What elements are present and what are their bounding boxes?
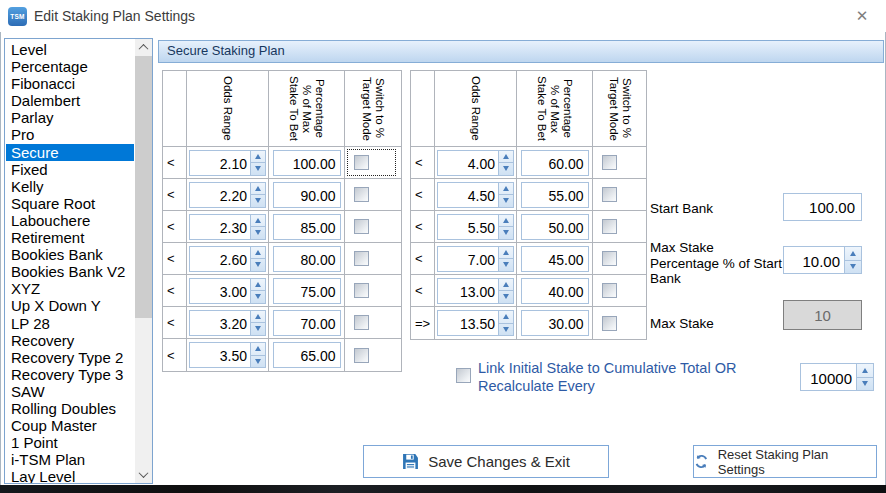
spin-down-button[interactable] [251, 195, 265, 207]
spin-down-button[interactable] [499, 163, 513, 175]
spin-up-button[interactable] [251, 151, 265, 164]
spin-up-button[interactable] [499, 279, 513, 292]
sidebar-item[interactable]: Labouchere [6, 212, 134, 229]
odds-value-input[interactable]: 4.50 [437, 182, 499, 208]
sidebar-item[interactable]: XYZ [6, 280, 134, 297]
sidebar-item[interactable]: Square Root [6, 195, 134, 212]
odds-spinner[interactable]: 4.00 [437, 150, 514, 176]
spin-up-button[interactable] [499, 151, 513, 164]
percentage-input[interactable]: 90.00 [273, 182, 341, 208]
odds-spinner[interactable]: 2.60 [189, 246, 266, 272]
target-mode-checkbox[interactable] [602, 155, 617, 170]
odds-value-input[interactable]: 13.50 [437, 310, 499, 336]
max-stake-percentage-input[interactable]: 10.00 [783, 246, 845, 274]
percentage-input[interactable]: 55.00 [521, 182, 589, 208]
target-mode-checkbox[interactable] [602, 316, 617, 331]
spin-up-button[interactable] [251, 215, 265, 228]
link-initial-stake-checkbox[interactable] [456, 368, 471, 383]
odds-value-input[interactable]: 2.20 [189, 182, 251, 208]
spin-down-button[interactable] [251, 356, 265, 368]
spin-up-button[interactable] [251, 311, 265, 324]
odds-spinner[interactable]: 3.00 [189, 278, 266, 304]
spinner-buttons[interactable] [499, 310, 514, 336]
percentage-input[interactable]: 70.00 [273, 310, 341, 336]
spin-down-button[interactable] [251, 163, 265, 175]
target-mode-checkbox[interactable] [354, 283, 369, 298]
recalculate-every-spinner[interactable]: 10000 [800, 363, 874, 391]
reset-staking-plan-button[interactable]: Reset Staking Plan Settings [693, 445, 877, 478]
sidebar-item[interactable]: Percentage [6, 58, 134, 75]
spin-up-button[interactable] [499, 183, 513, 196]
odds-value-input[interactable]: 3.20 [189, 310, 251, 336]
percentage-input[interactable]: 85.00 [273, 214, 341, 240]
odds-spinner[interactable]: 13.50 [437, 310, 514, 336]
spinner-buttons[interactable] [251, 342, 266, 368]
odds-value-input[interactable]: 2.10 [189, 150, 251, 176]
odds-value-input[interactable]: 4.00 [437, 150, 499, 176]
target-mode-checkbox[interactable] [354, 315, 369, 330]
sidebar-item[interactable]: Dalembert [6, 92, 134, 109]
odds-value-input[interactable]: 3.50 [189, 342, 251, 368]
target-mode-checkbox[interactable] [602, 251, 617, 266]
sidebar-item[interactable]: Fixed [6, 161, 134, 178]
sidebar-item[interactable]: Recovery Type 3 [6, 366, 134, 383]
odds-spinner[interactable]: 7.00 [437, 246, 514, 272]
target-mode-checkbox[interactable] [602, 187, 617, 202]
sidebar-item[interactable]: LP 28 [6, 315, 134, 332]
percentage-input[interactable]: 100.00 [273, 150, 341, 176]
recalculate-every-input[interactable]: 10000 [800, 363, 857, 391]
sidebar-item[interactable]: Lay Level [6, 468, 134, 484]
spin-up-button[interactable] [251, 279, 265, 292]
percentage-input[interactable]: 40.00 [521, 278, 589, 304]
spin-up-button[interactable] [251, 183, 265, 196]
spin-down-button[interactable] [845, 261, 861, 274]
spin-up-button[interactable] [251, 247, 265, 260]
odds-spinner[interactable]: 4.50 [437, 182, 514, 208]
odds-spinner[interactable]: 3.50 [189, 342, 266, 368]
sidebar-item[interactable]: Retirement [6, 229, 134, 246]
spinner-buttons[interactable] [251, 310, 266, 336]
max-stake-percentage-spinner[interactable]: 10.00 [783, 246, 862, 274]
start-bank-input[interactable]: 100.00 [783, 193, 862, 221]
target-mode-checkbox[interactable] [354, 251, 369, 266]
target-mode-checkbox[interactable] [354, 155, 369, 170]
spin-down-button[interactable] [499, 259, 513, 271]
odds-value-input[interactable]: 7.00 [437, 246, 499, 272]
spin-down-button[interactable] [499, 227, 513, 239]
percentage-input[interactable]: 45.00 [521, 246, 589, 272]
spin-up-button[interactable] [845, 247, 861, 261]
odds-spinner[interactable]: 2.10 [189, 150, 266, 176]
spinner-buttons[interactable] [251, 182, 266, 208]
sidebar-item[interactable]: Up X Down Y [6, 297, 134, 314]
spinner-buttons[interactable] [499, 150, 514, 176]
spin-up-button[interactable] [499, 311, 513, 324]
target-mode-checkbox[interactable] [354, 219, 369, 234]
odds-spinner[interactable]: 2.30 [189, 214, 266, 240]
scroll-down-button[interactable] [135, 466, 152, 483]
sidebar-item[interactable]: Recovery Type 2 [6, 349, 134, 366]
spinner-buttons[interactable] [251, 150, 266, 176]
odds-value-input[interactable]: 2.30 [189, 214, 251, 240]
spinner-buttons[interactable] [499, 214, 514, 240]
sidebar-item[interactable]: Kelly [6, 178, 134, 195]
spin-up-button[interactable] [499, 247, 513, 260]
odds-spinner[interactable]: 13.00 [437, 278, 514, 304]
close-button[interactable]: ✕ [852, 6, 872, 26]
percentage-input[interactable]: 60.00 [521, 150, 589, 176]
sidebar-item[interactable]: Recovery [6, 332, 134, 349]
spin-down-button[interactable] [499, 291, 513, 303]
odds-spinner[interactable]: 2.20 [189, 182, 266, 208]
spinner-buttons[interactable] [845, 246, 862, 274]
scrollbar[interactable] [135, 39, 152, 483]
spin-down-button[interactable] [499, 195, 513, 207]
spinner-buttons[interactable] [499, 182, 514, 208]
spin-up-button[interactable] [499, 215, 513, 228]
sidebar-item[interactable]: i-TSM Plan [6, 451, 134, 468]
spinner-buttons[interactable] [251, 278, 266, 304]
spin-down-button[interactable] [251, 259, 265, 271]
spinner-buttons[interactable] [499, 278, 514, 304]
spinner-buttons[interactable] [499, 246, 514, 272]
odds-spinner[interactable]: 3.20 [189, 310, 266, 336]
sidebar-item[interactable]: Secure [6, 144, 134, 161]
target-mode-checkbox[interactable] [602, 283, 617, 298]
